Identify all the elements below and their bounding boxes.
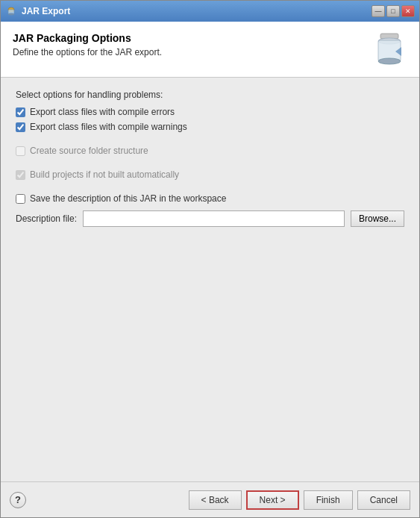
finish-button[interactable]: Finish <box>304 490 353 510</box>
title-bar-buttons: — □ ✕ <box>372 5 415 17</box>
jar-icon-small <box>5 5 17 17</box>
description-row: Description file: Browse... <box>16 210 404 227</box>
build-projects-row: Build projects if not built automaticall… <box>16 169 404 181</box>
header-subtitle: Define the options for the JAR export. <box>13 47 372 57</box>
save-description-row: Save the description of this JAR in the … <box>16 193 404 205</box>
maximize-button[interactable]: □ <box>386 5 400 17</box>
close-button[interactable]: ✕ <box>401 5 415 17</box>
header-text: JAR Packaging Options Define the options… <box>13 32 372 57</box>
svg-point-2 <box>8 13 14 15</box>
window: JAR Export — □ ✕ JAR Packaging Options D… <box>0 0 420 518</box>
build-projects-label: Build projects if not built automaticall… <box>30 169 179 180</box>
header-title: JAR Packaging Options <box>13 32 372 44</box>
save-description-label[interactable]: Save the description of this JAR in the … <box>30 193 226 204</box>
back-button[interactable]: < Back <box>189 490 242 510</box>
title-bar-left: JAR Export <box>5 5 70 17</box>
next-button[interactable]: Next > <box>246 490 299 510</box>
source-folder-checkbox <box>16 146 25 156</box>
save-description-checkbox[interactable] <box>16 194 25 204</box>
compile-errors-row: Export class files with compile errors <box>16 106 404 118</box>
cancel-button[interactable]: Cancel <box>357 490 410 510</box>
compile-errors-checkbox[interactable] <box>16 107 25 117</box>
problems-label: Select options for handling problems: <box>16 90 404 100</box>
footer: ? < Back Next > Finish Cancel <box>1 481 419 517</box>
description-input[interactable] <box>83 210 345 227</box>
footer-right: < Back Next > Finish Cancel <box>189 490 410 510</box>
title-bar-text: JAR Export <box>22 6 70 16</box>
content-area: Select options for handling problems: Ex… <box>1 78 419 481</box>
compile-warnings-checkbox[interactable] <box>16 122 25 132</box>
footer-left: ? <box>10 492 26 508</box>
title-bar: JAR Export — □ ✕ <box>1 1 419 22</box>
header-section: JAR Packaging Options Define the options… <box>1 22 419 78</box>
help-button[interactable]: ? <box>10 492 26 508</box>
source-folder-label: Create source folder structure <box>30 146 148 156</box>
minimize-button[interactable]: — <box>372 5 385 17</box>
svg-point-6 <box>378 58 401 64</box>
compile-warnings-row: Export class files with compile warnings <box>16 121 404 133</box>
compile-errors-label[interactable]: Export class files with compile errors <box>30 107 175 117</box>
compile-warnings-label[interactable]: Export class files with compile warnings <box>30 122 187 132</box>
browse-button[interactable]: Browse... <box>351 210 404 227</box>
jar-icon <box>372 32 407 68</box>
source-folder-row: Create source folder structure <box>16 145 404 157</box>
build-projects-checkbox <box>16 170 25 180</box>
description-label: Description file: <box>16 213 77 224</box>
